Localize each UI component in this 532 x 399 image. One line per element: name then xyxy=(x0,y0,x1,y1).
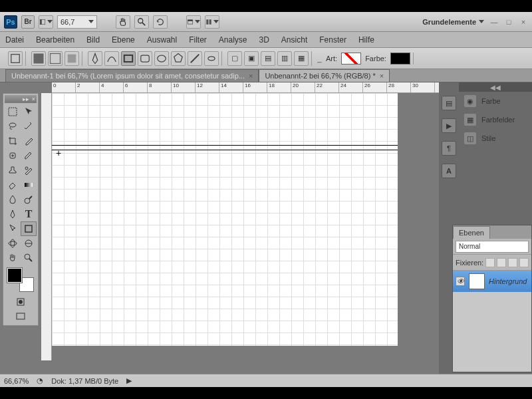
gradient-tool[interactable] xyxy=(21,178,37,192)
menu-analyse[interactable]: Analyse xyxy=(219,35,247,45)
custom-shape-icon[interactable] xyxy=(204,51,219,66)
paragraph-icon[interactable]: A xyxy=(442,164,456,178)
doc-tab-1[interactable]: Unbenannt-1 bei 66,7% (Lorem ipsum dolor… xyxy=(5,69,259,82)
3d-rotate-tool[interactable] xyxy=(5,236,21,251)
hand-tool[interactable] xyxy=(5,251,21,265)
combine-new-icon[interactable]: ▢ xyxy=(227,51,242,66)
close-panel-icon[interactable]: × xyxy=(32,96,35,102)
tab-close-icon[interactable]: × xyxy=(380,72,384,80)
marquee-tool[interactable] xyxy=(5,104,21,119)
menu-3d[interactable]: 3D xyxy=(259,35,269,45)
quickmask-tool[interactable] xyxy=(13,295,29,309)
history-brush-tool[interactable] xyxy=(21,163,37,178)
lock-pos-icon[interactable] xyxy=(508,258,517,267)
lock-paint-icon[interactable] xyxy=(497,258,506,267)
svg-point-24 xyxy=(9,241,17,245)
art-swatch[interactable] xyxy=(341,53,361,65)
menu-bild[interactable]: Bild xyxy=(86,35,100,45)
svg-line-22 xyxy=(29,196,32,199)
roundrect-shape-icon[interactable] xyxy=(138,51,152,66)
pen-tool[interactable] xyxy=(5,207,21,221)
actions-icon[interactable]: ▶ xyxy=(442,118,456,133)
expand-icon[interactable]: ◀◀ xyxy=(490,84,501,91)
farbfelder-panel[interactable]: ▦Farbfelder xyxy=(459,110,532,129)
eyedropper-tool[interactable] xyxy=(21,134,37,148)
pen-icon[interactable] xyxy=(88,51,102,66)
path-icon[interactable] xyxy=(48,51,63,66)
type-tool[interactable]: T xyxy=(21,207,37,221)
farbe-swatch[interactable] xyxy=(390,53,410,65)
lock-trans-icon[interactable] xyxy=(485,258,495,267)
status-doc[interactable]: Dok: 1,37 MB/0 Byte xyxy=(51,377,118,385)
maximize-icon[interactable]: □ xyxy=(504,17,513,27)
freeform-pen-icon[interactable] xyxy=(104,51,119,66)
screenmode-tool[interactable] xyxy=(13,309,29,324)
history-icon[interactable]: ▤ xyxy=(442,96,456,110)
line-shape-icon[interactable] xyxy=(188,51,202,66)
combine-xor-icon[interactable]: ▦ xyxy=(294,51,309,66)
status-icon[interactable]: ◔ xyxy=(37,376,43,385)
dodge-tool[interactable] xyxy=(21,192,37,207)
move-tool[interactable] xyxy=(21,104,37,119)
bridge-logo[interactable]: Br xyxy=(21,15,35,29)
tab-close-icon[interactable]: × xyxy=(249,72,253,80)
fill-pixels-icon[interactable] xyxy=(65,51,79,66)
menu-filter[interactable]: Filter xyxy=(189,35,207,45)
menu-ansicht[interactable]: Ansicht xyxy=(281,35,307,45)
blur-tool[interactable] xyxy=(5,192,21,207)
svg-rect-5 xyxy=(188,19,193,21)
combine-sub-icon[interactable]: ▤ xyxy=(261,51,275,66)
close-icon[interactable]: × xyxy=(519,17,528,27)
ellipse-shape-icon[interactable] xyxy=(154,51,169,66)
combine-add-icon[interactable]: ▣ xyxy=(244,51,259,66)
wand-tool[interactable] xyxy=(21,119,37,134)
heal-tool[interactable] xyxy=(5,148,21,163)
hand-tool-icon[interactable] xyxy=(116,15,130,29)
eraser-tool[interactable] xyxy=(5,178,21,192)
shape-tool[interactable] xyxy=(21,221,37,236)
menu-auswahl[interactable]: Auswahl xyxy=(147,35,177,45)
combine-int-icon[interactable]: ▥ xyxy=(277,51,292,66)
layout-button[interactable] xyxy=(39,15,53,29)
zoom-tool[interactable] xyxy=(21,251,37,265)
menu-fenster[interactable]: Fenster xyxy=(319,35,346,45)
zoom-dropdown[interactable]: 66,7 xyxy=(57,15,97,29)
doc-tab-2[interactable]: Unbenannt-2 bei 66,7% (RGB/8) *× xyxy=(259,69,390,82)
layer-thumbnail[interactable] xyxy=(469,273,485,289)
status-arrow-icon[interactable]: ▶ xyxy=(126,376,132,385)
brush-tool[interactable] xyxy=(21,148,37,163)
char-icon[interactable]: ¶ xyxy=(442,141,456,156)
tool-preset[interactable] xyxy=(8,51,23,66)
menu-ebene[interactable]: Ebene xyxy=(112,35,135,45)
foreground-color[interactable] xyxy=(7,268,22,283)
workspace-dropdown[interactable]: Grundelemente xyxy=(422,18,484,26)
shape-layer-icon[interactable] xyxy=(31,51,46,66)
zoom-tool-icon[interactable] xyxy=(134,15,149,29)
menu-datei[interactable]: Datei xyxy=(5,35,24,45)
3d-orbit-tool[interactable] xyxy=(21,236,37,251)
collapse-icon[interactable]: ▸▸ xyxy=(23,96,29,102)
layer-name[interactable]: Hintergrund xyxy=(489,277,527,285)
visibility-icon[interactable]: 👁 xyxy=(456,277,465,286)
minimize-icon[interactable]: — xyxy=(489,17,499,27)
lock-all-icon[interactable] xyxy=(519,258,529,267)
farbe-panel[interactable]: ◉Farbe xyxy=(459,92,532,110)
status-zoom[interactable]: 66,67% xyxy=(4,377,29,385)
menu-bearbeiten[interactable]: Bearbeiten xyxy=(36,35,74,45)
lasso-tool[interactable] xyxy=(5,119,21,134)
blend-mode-dropdown[interactable]: Normal xyxy=(456,241,529,253)
ebenen-tab[interactable]: Ebenen xyxy=(453,226,490,239)
rotate-view-icon[interactable] xyxy=(153,15,168,29)
color-swatches[interactable] xyxy=(7,268,34,292)
canvas[interactable]: + xyxy=(52,93,398,346)
polygon-shape-icon[interactable] xyxy=(171,51,186,66)
layer-row[interactable]: 👁 Hintergrund xyxy=(453,271,531,292)
crop-tool[interactable] xyxy=(5,134,21,148)
stile-panel[interactable]: ◫Stile xyxy=(459,129,532,148)
arrange-icon[interactable] xyxy=(205,15,219,29)
path-select-tool[interactable] xyxy=(5,221,21,236)
rect-shape-icon[interactable] xyxy=(121,51,136,66)
menu-hilfe[interactable]: Hilfe xyxy=(358,35,374,45)
screen-mode-icon[interactable] xyxy=(186,15,201,29)
stamp-tool[interactable] xyxy=(5,163,21,178)
